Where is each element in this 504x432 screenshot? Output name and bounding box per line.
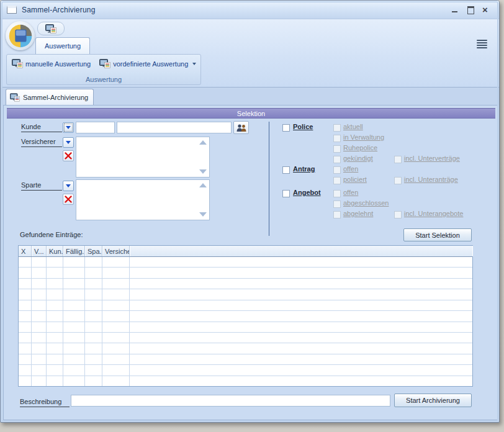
application-menu-button[interactable] xyxy=(6,21,35,50)
incl-unterangebote-checkbox[interactable] xyxy=(394,211,402,218)
table-row[interactable] xyxy=(19,257,472,268)
incl-unterantraege-checkbox[interactable] xyxy=(394,177,402,184)
kunde-name-input[interactable] xyxy=(117,122,232,133)
police-in-verwaltung-label[interactable]: in Verwaltung xyxy=(343,133,384,141)
vordefinierte-auswertung-label: vordefinierte Auswertung xyxy=(113,60,188,68)
kunde-search-button[interactable] xyxy=(233,121,249,134)
column-header[interactable]: X xyxy=(19,246,32,256)
sparte-dropdown-button[interactable] xyxy=(63,181,74,191)
table-cell xyxy=(102,376,130,386)
table-row[interactable] xyxy=(19,365,472,376)
table-row[interactable] xyxy=(19,376,472,386)
table-cell xyxy=(130,311,472,321)
column-header[interactable]: Fällig... xyxy=(63,246,85,256)
ribbon-tab-auswertung[interactable]: Auswertung xyxy=(35,37,90,54)
table-cell xyxy=(130,268,472,277)
versicherer-label: Versicherer xyxy=(21,138,62,147)
desktop: Sammel-Archivierung × xyxy=(0,0,504,432)
column-header[interactable]: Kun... xyxy=(47,246,63,256)
angebot-offen-checkbox[interactable] xyxy=(333,190,341,197)
kunde-dropdown-button[interactable] xyxy=(63,122,74,133)
minimize-button[interactable] xyxy=(451,6,459,14)
police-gekuendigt-label[interactable]: gekündigt xyxy=(343,155,373,162)
table-row[interactable] xyxy=(19,289,472,300)
antrag-offen-label[interactable]: offen xyxy=(343,165,358,173)
start-selektion-button[interactable]: Start Selektion xyxy=(403,228,472,241)
antrag-label[interactable]: Antrag xyxy=(293,165,315,173)
table-cell xyxy=(19,333,32,343)
police-checkbox[interactable] xyxy=(282,124,290,132)
versicherer-dropdown-button[interactable] xyxy=(63,137,74,148)
police-gekuendigt-checkbox[interactable] xyxy=(333,156,341,163)
police-label[interactable]: Police xyxy=(293,123,313,130)
table-cell xyxy=(130,257,472,267)
antrag-policiert-checkbox[interactable] xyxy=(333,177,341,184)
table-cell xyxy=(102,343,130,353)
incl-unterantraege-label[interactable]: incl. Unteranträge xyxy=(404,176,458,183)
table-row[interactable] xyxy=(19,354,472,365)
table-row[interactable] xyxy=(19,279,472,289)
police-ruhepolice-checkbox[interactable] xyxy=(333,145,341,153)
scroll-up-icon[interactable] xyxy=(199,183,207,187)
antrag-checkbox[interactable] xyxy=(282,166,290,174)
antrag-policiert-label[interactable]: policiert xyxy=(343,176,367,183)
app-logo-icon xyxy=(8,24,33,48)
versicherer-clear-button[interactable] xyxy=(63,150,74,161)
incl-untervertraege-label[interactable]: incl. Unterverträge xyxy=(404,155,460,162)
column-header[interactable]: V... xyxy=(32,246,47,256)
police-ruhepolice-label[interactable]: Ruhepolice xyxy=(343,144,377,151)
scroll-up-icon[interactable] xyxy=(199,140,207,145)
scroll-down-icon[interactable] xyxy=(199,212,207,217)
sparte-clear-button[interactable] xyxy=(63,194,74,205)
table-cell xyxy=(85,354,102,364)
angebot-abgelehnt-label[interactable]: abgelehnt xyxy=(343,210,373,217)
table-row[interactable] xyxy=(19,311,472,322)
close-button[interactable]: × xyxy=(482,6,490,14)
table-cell xyxy=(85,257,102,267)
table-cell xyxy=(47,376,63,386)
table-cell xyxy=(85,343,102,353)
angebot-abgeschlossen-label[interactable]: abgeschlossen xyxy=(343,199,389,207)
sparte-listbox[interactable] xyxy=(76,179,210,220)
angebot-checkbox[interactable] xyxy=(282,190,290,197)
angebot-abgeschlossen-checkbox[interactable] xyxy=(333,200,341,208)
versicherer-listbox[interactable] xyxy=(76,137,210,178)
table-row[interactable] xyxy=(19,300,472,311)
table-row[interactable] xyxy=(19,333,472,343)
chevron-down-icon xyxy=(192,63,196,65)
column-header[interactable]: Spa... xyxy=(85,246,102,256)
table-cell xyxy=(32,268,47,277)
table-cell xyxy=(47,322,63,332)
restore-button[interactable] xyxy=(467,6,475,14)
table-row[interactable] xyxy=(19,268,472,278)
table-cell xyxy=(47,268,63,277)
table-cell xyxy=(32,300,47,310)
angebot-offen-label[interactable]: offen xyxy=(343,189,358,196)
police-aktuell-checkbox[interactable] xyxy=(333,124,341,132)
table-cell xyxy=(19,300,32,310)
report-monitor-icon xyxy=(10,93,20,102)
red-x-icon xyxy=(65,152,72,160)
police-in-verwaltung-checkbox[interactable] xyxy=(333,135,341,142)
incl-unterangebote-label[interactable]: incl. Unterangebote xyxy=(404,210,463,217)
kunde-number-input[interactable] xyxy=(76,122,115,133)
vordefinierte-auswertung-button[interactable]: vordefinierte Auswertung xyxy=(98,58,197,69)
menu-lines-icon[interactable] xyxy=(477,40,487,48)
manuelle-auswertung-button[interactable]: manuelle Auswertung xyxy=(11,58,92,69)
start-archivierung-button[interactable]: Start Archivierung xyxy=(394,394,472,407)
scroll-down-icon[interactable] xyxy=(199,169,207,174)
table-row[interactable] xyxy=(19,322,472,333)
table-cell xyxy=(130,300,472,310)
angebot-label[interactable]: Angebot xyxy=(293,189,321,196)
incl-untervertraege-checkbox[interactable] xyxy=(394,156,402,163)
table-cell xyxy=(32,289,47,299)
antrag-offen-checkbox[interactable] xyxy=(333,166,341,174)
column-header[interactable]: Versiche... xyxy=(102,246,130,256)
police-aktuell-label[interactable]: aktuell xyxy=(343,123,363,130)
beschreibung-input[interactable] xyxy=(71,395,390,407)
table-cell xyxy=(63,300,85,310)
table-row[interactable] xyxy=(19,343,472,354)
tab-sammel-archivierung[interactable]: Sammel-Archivierung xyxy=(6,89,94,106)
quick-access-toolbar-button[interactable] xyxy=(37,22,65,35)
angebot-abgelehnt-checkbox[interactable] xyxy=(333,211,341,218)
